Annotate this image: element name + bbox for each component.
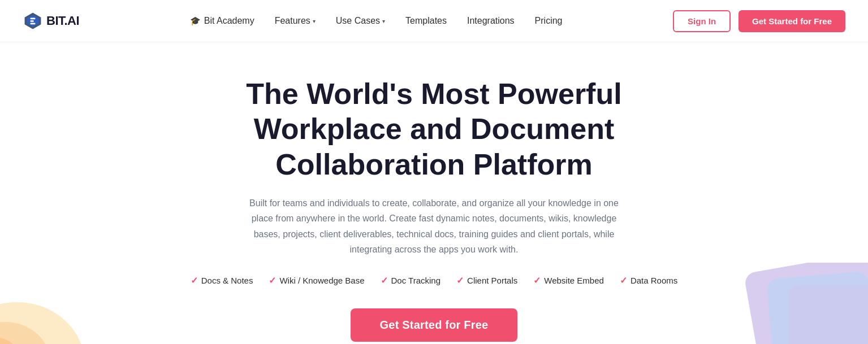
get-started-hero-button[interactable]: Get Started for Free [351, 308, 518, 342]
signin-button[interactable]: Sign In [673, 10, 731, 32]
features-row: ✓ Docs & Notes ✓ Wiki / Knowedge Base ✓ … [191, 275, 678, 286]
logo-text: BIT.AI [46, 14, 79, 28]
nav-integrations[interactable]: Integrations [467, 16, 515, 26]
logo-icon [23, 11, 43, 31]
deco-left [0, 263, 113, 344]
hero-title: The World's Most Powerful Workplace and … [194, 76, 675, 182]
academy-icon: 🎓 [190, 16, 201, 26]
nav-templates[interactable]: Templates [405, 16, 447, 26]
feature-client-portals: ✓ Client Portals [456, 275, 517, 286]
check-icon-embed: ✓ [533, 275, 541, 286]
feature-doc-tracking: ✓ Doc Tracking [381, 275, 441, 286]
nav-center: 🎓 Bit Academy Features ▾ Use Cases ▾ Tem… [190, 16, 563, 26]
feature-website-embed: ✓ Website Embed [533, 275, 604, 286]
svg-rect-10 [789, 285, 868, 344]
hero-section: The World's Most Powerful Workplace and … [0, 42, 868, 344]
nav-pricing[interactable]: Pricing [535, 16, 563, 26]
svg-rect-3 [31, 20, 34, 22]
nav-right: Sign In Get Started for Free [673, 10, 845, 32]
check-icon-portals: ✓ [456, 275, 464, 286]
feature-wiki: ✓ Wiki / Knowedge Base [269, 275, 364, 286]
features-chevron-icon: ▾ [313, 18, 316, 24]
navbar: BIT.AI 🎓 Bit Academy Features ▾ Use Case… [0, 0, 868, 42]
check-icon-datarooms: ✓ [620, 275, 627, 286]
hero-subtitle: Built for teams and individuals to creat… [242, 195, 627, 257]
deco-right [721, 263, 868, 344]
svg-rect-4 [31, 23, 36, 25]
get-started-nav-button[interactable]: Get Started for Free [739, 10, 845, 32]
use-cases-chevron-icon: ▾ [382, 18, 385, 24]
logo[interactable]: BIT.AI [23, 11, 79, 31]
svg-rect-2 [31, 18, 36, 20]
check-icon-tracking: ✓ [381, 275, 388, 286]
check-icon-wiki: ✓ [269, 275, 276, 286]
nav-features[interactable]: Features ▾ [275, 16, 316, 26]
nav-use-cases[interactable]: Use Cases ▾ [336, 16, 385, 26]
feature-data-rooms: ✓ Data Rooms [620, 275, 677, 286]
feature-docs-notes: ✓ Docs & Notes [191, 275, 253, 286]
check-icon-docs: ✓ [191, 275, 198, 286]
nav-academy[interactable]: 🎓 Bit Academy [190, 16, 254, 26]
